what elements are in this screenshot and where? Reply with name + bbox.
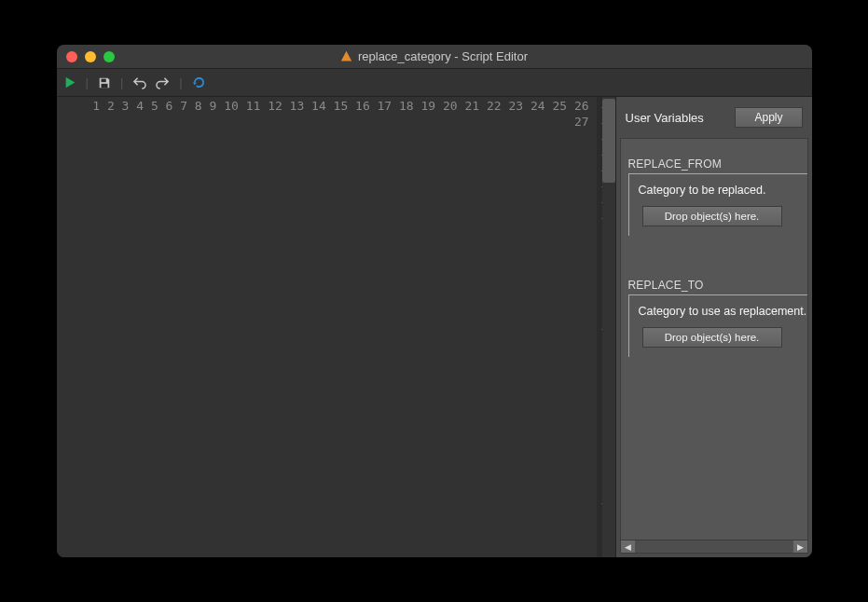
drop-target[interactable]: Drop object(s) here. <box>642 206 782 226</box>
line-gutter: 1 2 3 4 5 6 7 8 9 10 11 12 13 14 15 16 1… <box>57 97 597 557</box>
scroll-right-icon[interactable]: ▶ <box>793 540 807 553</box>
reload-button[interactable] <box>192 75 206 89</box>
maximize-icon[interactable] <box>103 51 115 62</box>
variable-box: Category to be replaced. Drop object(s) … <box>628 173 808 236</box>
scroll-left-icon[interactable]: ◀ <box>621 540 635 553</box>
traffic-lights <box>57 51 115 62</box>
variable-block: REPLACE_FROM Category to be replaced. Dr… <box>628 157 807 236</box>
window-title: replace_category - Script Editor <box>358 49 528 63</box>
apply-button[interactable]: Apply <box>735 107 802 128</box>
svg-marker-1 <box>65 77 75 88</box>
svg-rect-2 <box>101 78 105 82</box>
app-icon <box>340 50 352 62</box>
code-editor[interactable]: 1 2 3 4 5 6 7 8 9 10 11 12 13 14 15 16 1… <box>57 97 616 557</box>
undo-button[interactable] <box>132 75 146 89</box>
horizontal-scrollbar[interactable]: ◀ ▶ <box>621 540 807 553</box>
titlebar: replace_category - Script Editor <box>57 45 812 69</box>
svg-marker-4 <box>193 83 197 86</box>
separator: | <box>86 75 89 89</box>
minimize-icon[interactable] <box>85 51 96 62</box>
window: replace_category - Script Editor | | | 1… <box>57 45 812 557</box>
vertical-scrollbar[interactable] <box>602 97 615 557</box>
separator: | <box>120 75 123 89</box>
user-variables-panel: User Variables Apply REPLACE_FROM Catego… <box>616 97 812 557</box>
svg-rect-3 <box>101 83 107 87</box>
variable-comment: Category to use as replacement. <box>639 305 808 318</box>
redo-button[interactable] <box>156 75 170 89</box>
panel-title: User Variables <box>626 111 704 125</box>
scroll-track[interactable] <box>635 540 793 553</box>
variable-name: REPLACE_FROM <box>628 157 807 171</box>
separator: | <box>179 75 182 89</box>
scroll-thumb[interactable] <box>602 99 615 183</box>
variable-name: REPLACE_TO <box>628 279 807 292</box>
drop-target[interactable]: Drop object(s) here. <box>642 327 782 348</box>
body: 1 2 3 4 5 6 7 8 9 10 11 12 13 14 15 16 1… <box>57 97 812 557</box>
panel-body: REPLACE_FROM Category to be replaced. Dr… <box>620 138 808 554</box>
variable-block: REPLACE_TO Category to use as replacemen… <box>628 279 807 357</box>
run-button[interactable] <box>64 76 76 89</box>
close-icon[interactable] <box>66 51 77 62</box>
toolbar: | | | <box>57 69 812 97</box>
save-button[interactable] <box>98 76 111 89</box>
panel-header: User Variables Apply <box>616 97 812 138</box>
variable-comment: Category to be replaced. <box>639 184 808 197</box>
variable-box: Category to use as replacement. Drop obj… <box>628 294 808 357</box>
svg-marker-0 <box>341 51 351 62</box>
